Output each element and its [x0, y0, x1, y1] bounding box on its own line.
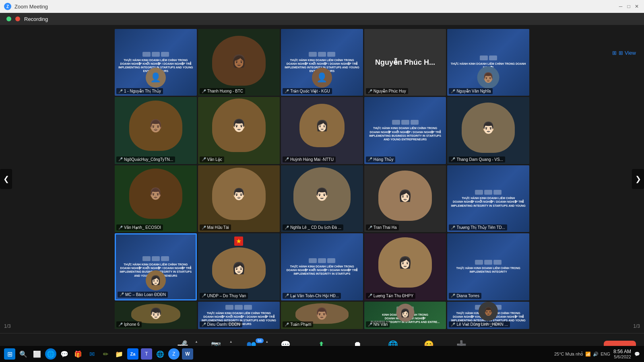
name-label-8: 🎤 Huỳnh Hồng Mai -NTTU	[283, 156, 336, 162]
page-indicator-right: 1/3	[633, 323, 640, 329]
unmute-caret[interactable]: ▲	[195, 340, 198, 343]
nav-arrow-right[interactable]: ❯	[632, 169, 644, 189]
video-cell-14: 👩🏻 🎤 Tran Thai Ha	[364, 165, 446, 232]
video-cell-24: KINH DOANH LIÊM CHÍNH TRONGDOANH NGHIỆP …	[364, 302, 446, 329]
maximize-button[interactable]: □	[625, 3, 632, 10]
video-cell-19: 👩🏻 🎤 Lương Tấn Thu ĐHPY	[364, 233, 446, 300]
clock-date: 5/6/2022	[613, 354, 631, 359]
folder-icon[interactable]: 📁	[114, 348, 125, 360]
name-label-6: 🎤 NgôQuốcHuy_CôngTyTN...	[116, 156, 175, 162]
name-label-25: 🎤 Lê Viết Dũng Linh _HĐKN ...	[449, 321, 510, 327]
name-label-10: 🎤 Thang Dam Quang - VS...	[449, 156, 505, 162]
name-label-3: 🎤 Trần Quốc Việt - KGU	[283, 88, 332, 94]
minimize-button[interactable]: ─	[617, 3, 624, 10]
video-grid: THỰC HÀNH KINH DOANH LIÊM CHÍNH TRONGDOA…	[115, 29, 529, 329]
taskbar: ⊞ 🔍 ⬜ 🌐 💬 🎁 ✉ ✏ 📁 Za T 🌐 Z W 25°C Mưa nh…	[0, 346, 644, 362]
name-label-12: 🎤 Mai Hữu Tài	[200, 224, 231, 230]
nav-arrow-left[interactable]: ❮	[0, 169, 12, 189]
video-cell-20: THỰC HÀNH KINH DOANH LIÊM CHÍNH TRONGIMP…	[447, 233, 529, 300]
recording-label: Recording	[24, 16, 48, 22]
word-icon[interactable]: W	[182, 348, 193, 360]
name-label-2: 🎤 Thanh Huong - BTC	[200, 88, 246, 94]
zoom-taskbar-icon[interactable]: Z	[168, 348, 180, 360]
name-label-18: 🎤 Lại Văn Toàn-Chi Hội HĐ...	[283, 293, 341, 299]
name-label-19: 🎤 Lương Tấn Thu ĐHPY	[366, 293, 415, 299]
start-button[interactable]: ⊞	[4, 348, 15, 360]
participants-count-badge: 56	[256, 338, 264, 343]
page-indicator-left: 1/3	[4, 323, 11, 329]
video-caret[interactable]: ▲	[229, 340, 233, 343]
zalo-icon[interactable]: Za	[127, 348, 138, 360]
sys-tray: 25°C Mưa nhỏ 📶 🔊 ENG	[554, 352, 610, 357]
close-button[interactable]: ✕	[634, 3, 640, 10]
video-cell-11: 👨🏽 🎤 Văn Hạnh_ ECOSOI	[115, 165, 197, 232]
name-label-24: 🎤 Nhi Vân	[366, 321, 390, 327]
gift-icon[interactable]: 🎁	[72, 348, 84, 360]
name-label-14: 🎤 Tran Thai Ha	[366, 224, 399, 230]
recording-dot	[15, 16, 20, 21]
name-label-21: 🎤 Iphone 6	[116, 321, 142, 327]
skype-icon[interactable]: 💬	[59, 348, 70, 360]
video-cell-5: THỰC HÀNH KINH DOANH LIÊM CHÍNH TRONG DO…	[447, 29, 529, 96]
video-cell-1: THỰC HÀNH KINH DOANH LIÊM CHÍNH TRONGDOA…	[115, 29, 197, 96]
title-bar: Z Zoom Meeting ─ □ ✕	[0, 0, 644, 13]
system-clock: 8:56 AM 5/6/2022	[613, 349, 631, 359]
name-label-15: 🎤 Trương Thị Thủy Tiên TD...	[449, 224, 507, 230]
video-cell-16: THỰC HÀNH KINH DOANH LIÊM CHÍNH TRONGDOA…	[115, 233, 197, 300]
window-title: Zoom Meeting	[14, 4, 48, 10]
video-cell-15: THỰC HÀNH KINH DOANH LIÊM CHÍNHDOANH NGH…	[447, 165, 529, 232]
video-cell-7: 👨🏻 🎤 Văn Lộc	[198, 97, 280, 164]
teams-icon[interactable]: T	[141, 348, 152, 360]
video-cell-25: THỰC HÀNH KINH DOANH LIÊM CHÍNH TRONGDOA…	[447, 302, 529, 329]
name-label-11: 🎤 Văn Hạnh_ ECOSOI	[116, 224, 163, 230]
mail-icon[interactable]: ✉	[86, 348, 97, 360]
pen-icon[interactable]: ✏	[100, 348, 111, 360]
video-cell-8: 👩🏻 🎤 Huỳnh Hồng Mai -NTTU	[281, 97, 363, 164]
large-name-display: Nguyễn Phúc H...	[375, 58, 435, 67]
search-button[interactable]: 🔍	[18, 348, 29, 360]
video-cell-9: THỰC HÀNH KINH DOANH LIÊM CHÍNH TRONGDOA…	[364, 97, 446, 164]
zoom-logo: Z	[4, 3, 11, 10]
chrome-icon[interactable]: 🌐	[155, 348, 166, 360]
name-label-13: 🎤 Nghĩa Lê _ CD Du lịch Đà ...	[283, 224, 343, 230]
taskview-button[interactable]: ⬜	[31, 348, 43, 360]
clock-time: 8:56 AM	[613, 349, 631, 354]
video-cell-13: 👨🏻 🎤 Nghĩa Lê _ CD Du lịch Đà ...	[281, 165, 363, 232]
video-cell-18: THỰC HÀNH KINH DOANH LIÊM CHÍNH TRONGDOA…	[281, 233, 363, 300]
vietnam-flag: ★	[234, 237, 243, 246]
recording-bar: Recording	[0, 13, 644, 25]
network-icon: 📶	[585, 352, 591, 357]
grid-icon: ⊞	[612, 50, 617, 56]
video-cell-10: 👨🏻 🎤 Thang Dam Quang - VS...	[447, 97, 529, 164]
green-status-dot	[6, 16, 11, 21]
video-cell-6: 👨🏽 🎤 NgôQuốcHuy_CôngTyTN...	[115, 97, 197, 164]
name-label-16: 🎤 MC – Báo Loan ĐDĐN	[118, 292, 168, 298]
lang-label: ENG	[601, 352, 610, 356]
video-cell-4: Nguyễn Phúc H... 🎤 Nguyễn Phúc Huy	[364, 29, 446, 96]
video-cell-22: THỰC HÀNH KINH DOANH LIÊM CHÍNH TRONGDOA…	[198, 302, 280, 329]
participants-caret[interactable]: ▲	[265, 340, 268, 343]
name-label-1: 🎤 1 - Nguyễn Thị Thủy	[116, 88, 163, 94]
name-label-5: 🎤 Nguyễn Văn Nghĩa	[449, 88, 493, 94]
name-label-20: 🎤 Diana Torres	[449, 293, 481, 299]
video-cell-23: 👨🏽 🎤 Tuấn Phạm	[281, 302, 363, 329]
video-cell-21: 👦🏻 🎤 Iphone 6	[115, 302, 197, 329]
edge-icon[interactable]: 🌐	[45, 348, 56, 360]
weather-text: 25°C Mưa nhỏ	[554, 352, 583, 357]
taskbar-apps: ⊞ 🔍 ⬜ 🌐 💬 🎁 ✉ ✏ 📁 Za T 🌐 Z W	[4, 348, 193, 360]
main-video-area: ⊞ ⊞ View ❮ 1/3 THỰC HÀNH KINH DOANH LIÊM…	[0, 25, 644, 333]
name-label-17: 🎤 UNDP – Do Thuy Van	[200, 293, 248, 299]
video-cell-12: 👨🏻 🎤 Mai Hữu Tài	[198, 165, 280, 232]
video-cell-3: THỰC HÀNH KINH DOANH LIÊM CHÍNH TRONGDOA…	[281, 29, 363, 96]
name-label-23: 🎤 Tuấn Phạm	[283, 321, 313, 327]
name-label-9: 🎤 Hồng Thủy	[366, 156, 396, 162]
taskbar-system: 25°C Mưa nhỏ 📶 🔊 ENG 8:56 AM 5/6/2022 💬	[554, 349, 640, 359]
name-label-4: 🎤 Nguyễn Phúc Huy	[366, 88, 408, 94]
notification-icon[interactable]: 💬	[634, 352, 640, 357]
view-button[interactable]: ⊞ ⊞ View	[612, 50, 636, 56]
volume-icon[interactable]: 🔊	[593, 352, 599, 357]
video-cell-2: 👩🏾 🎤 Thanh Huong - BTC	[198, 29, 280, 96]
name-label-22: 🎤 Dieu Oanh. DDDN	[200, 321, 242, 327]
name-label-7: 🎤 Văn Lộc	[200, 156, 224, 162]
video-cell-17: ★ 👩🏻 🎤 UNDP – Do Thuy Van	[198, 233, 280, 300]
